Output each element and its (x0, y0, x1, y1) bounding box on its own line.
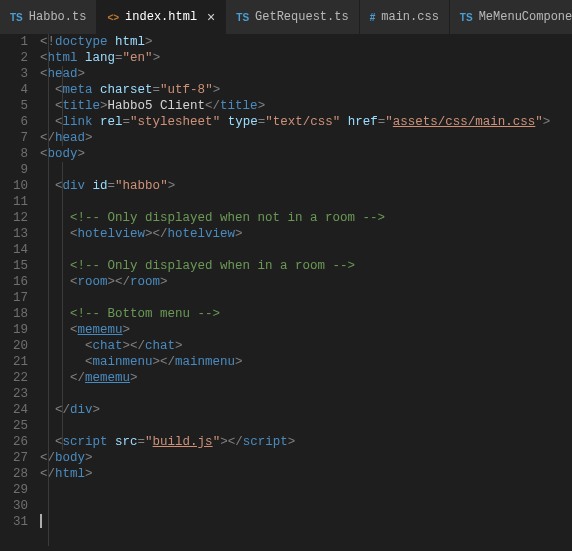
code-line (40, 162, 572, 178)
code-line: <!-- Only displayed when not in a room -… (40, 210, 572, 226)
code-line (40, 242, 572, 258)
code-line: </html> (40, 466, 572, 482)
css-icon: # (370, 12, 376, 23)
line-number: 23 (0, 386, 28, 402)
line-number: 24 (0, 402, 28, 418)
code-line: <title>Habbo5 Client</title> (40, 98, 572, 114)
code-line: <link rel="stylesheet" type="text/css" h… (40, 114, 572, 130)
line-number: 20 (0, 338, 28, 354)
line-number: 5 (0, 98, 28, 114)
line-number: 31 (0, 514, 28, 530)
close-icon[interactable]: × (207, 10, 215, 24)
code-line: <chat></chat> (40, 338, 572, 354)
tab-label: Habbo.ts (29, 10, 87, 24)
ts-icon: TS (236, 12, 249, 23)
line-number: 26 (0, 434, 28, 450)
tab-label: GetRequest.ts (255, 10, 349, 24)
ts-icon: TS (10, 12, 23, 23)
code-line (40, 290, 572, 306)
line-number: 27 (0, 450, 28, 466)
line-number: 14 (0, 242, 28, 258)
line-number: 17 (0, 290, 28, 306)
tab-habbo-ts[interactable]: TS Habbo.ts (0, 0, 97, 34)
line-number: 7 (0, 130, 28, 146)
code-line (40, 498, 572, 514)
code-line: <!-- Only displayed when in a room --> (40, 258, 572, 274)
tab-main-css[interactable]: # main.css (360, 0, 450, 34)
line-number: 12 (0, 210, 28, 226)
line-number: 13 (0, 226, 28, 242)
tab-label: main.css (381, 10, 439, 24)
indent-guide (62, 66, 63, 146)
line-number-gutter: 1234567891011121314151617181920212223242… (0, 34, 40, 551)
line-number: 16 (0, 274, 28, 290)
tab-bar: TS Habbo.ts <> index.html × TS GetReques… (0, 0, 572, 34)
code-line (40, 194, 572, 210)
code-line: <head> (40, 66, 572, 82)
line-number: 21 (0, 354, 28, 370)
code-line: <room></room> (40, 274, 572, 290)
tab-label: MeMenuComponent.ts (479, 10, 572, 24)
code-line: <meta charset="utf-8"> (40, 82, 572, 98)
code-line: <script src="build.js"></script> (40, 434, 572, 450)
code-line: <hotelview></hotelview> (40, 226, 572, 242)
code-line (40, 514, 572, 530)
line-number: 22 (0, 370, 28, 386)
indent-guide (62, 162, 63, 450)
code-line: <!doctype html> (40, 34, 572, 50)
tab-memenu-ts[interactable]: TS MeMenuComponent.ts (450, 0, 572, 34)
line-number: 25 (0, 418, 28, 434)
line-number: 30 (0, 498, 28, 514)
code-line: <div id="habbo"> (40, 178, 572, 194)
code-line: <mainmenu></mainmenu> (40, 354, 572, 370)
indent-guide (48, 34, 49, 546)
code-area[interactable]: <!doctype html> <html lang="en"> <head> … (40, 34, 572, 551)
code-line: <body> (40, 146, 572, 162)
line-number: 10 (0, 178, 28, 194)
line-number: 15 (0, 258, 28, 274)
line-number: 4 (0, 82, 28, 98)
line-number: 11 (0, 194, 28, 210)
code-line: </head> (40, 130, 572, 146)
html-icon: <> (107, 12, 119, 23)
line-number: 6 (0, 114, 28, 130)
line-number: 19 (0, 322, 28, 338)
cursor (40, 514, 42, 528)
editor: 1234567891011121314151617181920212223242… (0, 34, 572, 551)
code-line: </body> (40, 450, 572, 466)
code-line: </div> (40, 402, 572, 418)
line-number: 3 (0, 66, 28, 82)
code-line: </mememu> (40, 370, 572, 386)
line-number: 2 (0, 50, 28, 66)
line-number: 28 (0, 466, 28, 482)
ts-icon: TS (460, 12, 473, 23)
tab-getrequest-ts[interactable]: TS GetRequest.ts (226, 0, 359, 34)
line-number: 8 (0, 146, 28, 162)
code-line (40, 386, 572, 402)
code-line: <!-- Bottom menu --> (40, 306, 572, 322)
line-number: 18 (0, 306, 28, 322)
code-line (40, 482, 572, 498)
tab-label: index.html (125, 10, 197, 24)
code-line: <html lang="en"> (40, 50, 572, 66)
line-number: 9 (0, 162, 28, 178)
tab-index-html[interactable]: <> index.html × (97, 0, 226, 34)
code-line: <mememu> (40, 322, 572, 338)
line-number: 29 (0, 482, 28, 498)
line-number: 1 (0, 34, 28, 50)
code-line (40, 418, 572, 434)
